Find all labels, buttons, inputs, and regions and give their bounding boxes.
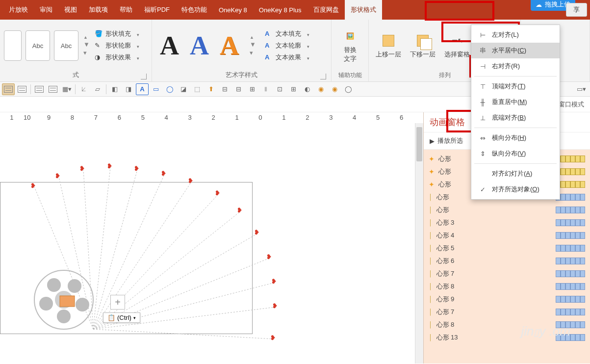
tab-onekey8[interactable]: OneKey 8 <box>213 0 253 20</box>
vertical-scrollbar[interactable] <box>415 123 423 364</box>
shape-style-1[interactable] <box>4 30 22 61</box>
bring-forward-label: 上移一层 <box>376 50 401 59</box>
shape-style-more[interactable]: ▲▼▾ <box>82 35 90 56</box>
shape-style-3[interactable]: Abc <box>54 30 78 61</box>
tb-tool-13[interactable]: ◉ <box>328 83 341 95</box>
wordart-preset-1[interactable]: A <box>160 30 179 61</box>
tb-justify[interactable] <box>47 83 59 95</box>
align-top[interactable]: ⊤顶端对齐(T) <box>471 78 560 94</box>
distribute-v-label: 纵向分布(V) <box>492 149 526 158</box>
tab-view[interactable]: 视图 <box>58 0 83 20</box>
anim-item-label: 心形 13 <box>436 333 458 342</box>
timeline-icon: │ <box>429 219 433 226</box>
tab-foxit[interactable]: 福昕PDF <box>138 0 176 20</box>
tb-tool-rect[interactable]: ▭ <box>150 83 162 95</box>
shape-style-2[interactable]: Abc <box>26 30 50 61</box>
check-icon: ✓ <box>478 185 487 193</box>
align-left[interactable]: ⊢左对齐(L) <box>471 27 560 43</box>
anim-item[interactable]: │心形 8 <box>424 318 590 331</box>
tab-addins[interactable]: 加载项 <box>83 0 114 20</box>
text-fill[interactable]: A文本填充 <box>263 28 311 39</box>
tb-tool-5[interactable]: ◪ <box>177 83 190 95</box>
align-left-label: 左对齐(L) <box>492 30 519 39</box>
tb-tool-up[interactable]: ⬆ <box>205 83 217 95</box>
tb-tool-A[interactable]: A <box>136 83 149 95</box>
anim-item[interactable]: │心形 5 <box>424 242 590 255</box>
tab-help[interactable]: 帮助 <box>114 0 138 20</box>
tb-align-left[interactable] <box>2 83 15 95</box>
send-backward[interactable]: 下移一层 <box>407 31 438 61</box>
tb-align-center[interactable] <box>16 83 28 95</box>
distribute-v[interactable]: ⇕纵向分布(V) <box>471 146 560 161</box>
tb-dist-v[interactable]: ⊟ <box>232 83 245 95</box>
tb-tool-11[interactable]: ◐ <box>301 83 313 95</box>
tb-tool-10[interactable]: ⊞ <box>287 83 300 95</box>
star-icon: ✦ <box>429 181 435 188</box>
timeline-icon: │ <box>429 309 433 315</box>
anim-item[interactable]: │心形 13 <box>424 331 590 344</box>
launcher-icon[interactable] <box>320 74 326 79</box>
add-handle[interactable]: + <box>110 295 125 310</box>
anim-item[interactable]: │心形 <box>424 204 590 216</box>
align-vcenter-label: 垂直居中(M) <box>492 98 527 106</box>
tb-tool-circle[interactable]: ◯ <box>163 83 176 95</box>
tab-slideshow[interactable]: 片放映 <box>3 0 34 20</box>
text-effects[interactable]: A文本效果 <box>263 52 311 63</box>
anim-item[interactable]: │心形 7 <box>424 306 590 318</box>
align-vcenter[interactable]: ╫垂直居中(M) <box>471 94 560 110</box>
launcher-icon[interactable] <box>141 74 147 79</box>
anim-bars <box>556 258 585 264</box>
align-bottom[interactable]: ⊥底端对齐(B) <box>471 110 560 126</box>
anim-item[interactable]: │心形 3 <box>424 216 590 229</box>
alt-text-button[interactable]: 🖼️ 替换 文字 <box>339 27 361 65</box>
timeline-icon: │ <box>429 258 433 264</box>
shape-outline[interactable]: ✎ 形状轮廓 <box>93 40 141 51</box>
tb-align-right[interactable] <box>33 83 46 95</box>
tb-tool-6[interactable]: ⬚ <box>191 83 204 95</box>
tb-dist-h[interactable]: ⊟ <box>218 83 231 95</box>
align-vcenter-icon: ╫ <box>478 98 487 106</box>
tb-tool-7[interactable]: ⊞ <box>246 83 258 95</box>
tb-tool-2[interactable]: ▱ <box>91 83 104 95</box>
align-hcenter[interactable]: 串水平居中(C) <box>471 43 560 58</box>
selection-pane[interactable]: ▭↖选择窗格 <box>441 31 473 61</box>
align-to-selection[interactable]: ✓对齐所选对象(O) <box>471 182 560 197</box>
shape-fill[interactable]: 🪣 形状填充 <box>93 28 141 39</box>
tb-tool-end[interactable]: ▭▾ <box>575 83 588 95</box>
anim-item[interactable]: │心形 8 <box>424 280 590 293</box>
timeline-icon: │ <box>429 194 433 201</box>
slide-canvas[interactable]: ❥❥❥ ❥❥❥ ❥❥❥ ❥❥❥ ❥❥ + <box>0 123 415 364</box>
distribute-h[interactable]: ⇔横向分布(H) <box>471 130 560 146</box>
anim-item[interactable]: │心形 6 <box>424 255 590 267</box>
tab-shape-format[interactable]: 形状格式 <box>345 0 382 20</box>
wordart-more[interactable]: ▲▼▾ <box>250 35 256 56</box>
tab-onekey8plus[interactable]: OneKey 8 Plus <box>253 0 308 20</box>
svg-line-13 <box>93 329 274 339</box>
text-fill-icon: A <box>265 30 273 38</box>
tb-tool-9[interactable]: ⊡ <box>273 83 286 95</box>
bring-forward[interactable]: 上移一层 <box>373 31 404 61</box>
align-right[interactable]: ⊣右对齐(R) <box>471 58 560 74</box>
anim-item[interactable]: │心形 7 <box>424 267 590 280</box>
paste-options[interactable]: 📋 (Ctrl)▾ <box>103 312 140 323</box>
align-hcenter-label: 水平居中(C) <box>492 46 526 55</box>
tb-tool-12[interactable]: ◉ <box>314 83 327 95</box>
align-to-slide[interactable]: 对齐幻灯片(A) <box>471 166 560 182</box>
tb-tool-1[interactable]: ⟀ <box>77 83 90 95</box>
text-outline[interactable]: A文本轮廓 <box>263 40 311 51</box>
wordart-preset-3[interactable]: A <box>220 30 239 61</box>
anim-item[interactable]: │心形 9 <box>424 293 590 306</box>
shape-effects[interactable]: ◑ 形状效果 <box>93 52 141 63</box>
tb-tool-14[interactable]: ◯ <box>342 83 355 95</box>
wordart-preset-2[interactable]: A <box>190 30 209 61</box>
tab-review[interactable]: 审阅 <box>34 0 58 20</box>
tab-baidu[interactable]: 百度网盘 <box>308 0 345 20</box>
tb-tool-4[interactable]: ◨ <box>122 83 135 95</box>
tb-grid[interactable]: ▦▾ <box>60 83 73 95</box>
tab-special[interactable]: 特色功能 <box>176 0 213 20</box>
svg-text:❥: ❥ <box>237 207 242 214</box>
tb-tool-8[interactable]: ⫴ <box>259 83 272 95</box>
anim-item[interactable]: │心形 4 <box>424 229 590 242</box>
tb-tool-3[interactable]: ◧ <box>108 83 121 95</box>
share-button[interactable]: 享 <box>566 3 587 17</box>
